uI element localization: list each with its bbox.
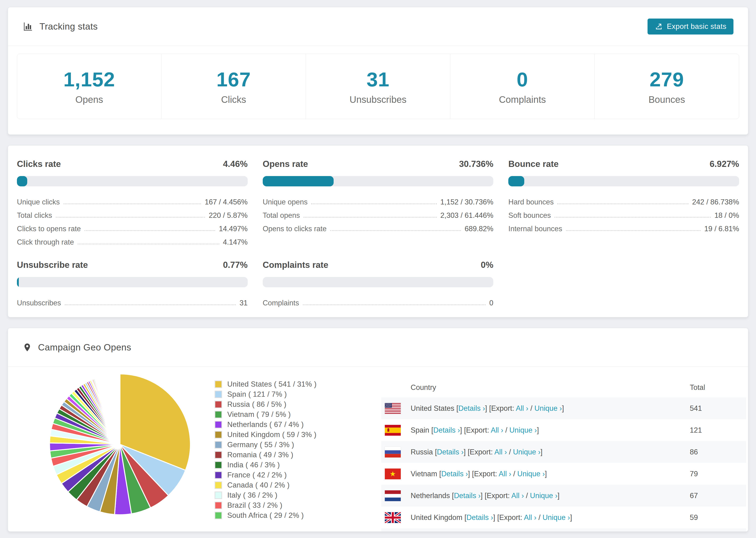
details-link[interactable]: Details › [441,470,468,478]
stat-value: 279 [650,68,684,91]
bracket: ] [ [493,513,499,521]
stat-box-opens: 1,152Opens [17,54,161,119]
rates-card: Clicks rate4.46%Unique clicks167 / 4.456… [8,145,748,317]
detail-label: Unique clicks [17,198,60,206]
export-all-link[interactable]: All › [524,513,536,521]
legend-label: India ( 46 / 3% ) [227,461,280,469]
rate-value: 30.736% [459,159,493,169]
detail-label: Soft bounces [508,211,551,220]
legend-item-2: Russia ( 86 / 5% ) [215,399,381,409]
detail-label: Hard bounces [508,198,554,206]
table-row: Spain [Details ›] [Export: All › / Uniqu… [381,419,746,441]
detail-label: Click through rate [17,238,74,246]
rate-detail-row: Unsubscribes31 [17,294,248,307]
rate-detail-row: Soft bounces18 / 0% [508,206,739,220]
bar-chart-icon [23,21,33,32]
bracket: ] [ [468,470,474,478]
legend-item-13: South Africa ( 29 / 2% ) [215,510,381,520]
slash: / [507,448,513,456]
legend-item-6: Germany ( 55 / 3% ) [215,440,381,450]
table-row: Germany [Details ›] [Export: All › / Uni… [381,528,746,532]
detail-label: Total opens [263,211,300,220]
details-link[interactable]: Details › [433,426,460,434]
stat-value: 31 [366,68,390,91]
campaign-geo-opens-card: Campaign Geo Opens United States ( 541 /… [8,328,748,532]
legend-label: South Africa ( 29 / 2% ) [227,511,304,520]
dotted-leader [311,203,437,204]
details-link[interactable]: Details › [458,404,485,412]
legend-item-8: India ( 46 / 3% ) [215,460,381,470]
export-all-link[interactable]: All › [495,448,507,456]
legend-label: United States ( 541 / 31% ) [227,380,316,389]
bracket: ] [537,426,539,434]
rate-panel-head: Clicks rate4.46% [17,145,248,176]
export-basic-stats-button[interactable]: Export basic stats [648,19,733,34]
rate-detail-row: Unique clicks167 / 4.456% [17,193,248,206]
row-total: 541 [690,404,746,413]
progress-bar-fill [508,176,524,187]
export-all-link[interactable]: All › [499,470,511,478]
page-title: Tracking stats [39,21,98,32]
export-unique-link[interactable]: Unique › [534,404,562,412]
export-unique-link[interactable]: Unique › [517,470,545,478]
stats-summary-row: 1,152Opens167Clicks31Unsubscribes0Compla… [17,54,739,119]
rate-panel-2: Bounce rate6.927%Hard bounces242 / 86.73… [508,145,739,246]
details-link[interactable]: Details › [454,492,481,500]
export-all-link[interactable]: All › [512,492,524,500]
legend-item-4: Netherlands ( 67 / 4% ) [215,419,381,430]
rate-title: Opens rate [263,159,308,169]
legend-item-12: Brazil ( 33 / 2% ) [215,500,381,510]
bracket: ] [ [485,404,491,412]
svg-text:★: ★ [390,470,396,478]
detail-value: 1,152 / 30.736% [441,198,494,206]
detail-value: 4.147% [223,238,248,246]
export-all-link[interactable]: All › [491,426,503,434]
flag-icon-es [385,425,401,436]
slash: / [524,492,530,500]
details-link[interactable]: Details › [437,448,464,456]
space [514,404,516,412]
progress-bar-track [17,277,248,287]
stat-label: Complaints [499,94,546,105]
country-cell: Spain [Details ›] [Export: All › / Uniqu… [411,426,539,435]
rate-panel-1: Opens rate30.736%Unique opens1,152 / 30.… [263,145,494,246]
bracket: [ [462,513,466,521]
detail-label: Unsubscribes [17,299,61,307]
rate-detail-row: Clicks to opens rate14.497% [17,220,248,233]
rate-panel-head: Bounce rate6.927% [508,145,739,176]
legend-swatch [215,441,222,449]
rate-panel-0: Clicks rate4.46%Unique clicks167 / 4.456… [17,145,248,246]
rate-detail-rows: Unsubscribes31 [17,294,248,307]
rate-detail-rows: Hard bounces242 / 86.738%Soft bounces18 … [508,193,739,233]
rate-value: 6.927% [710,159,739,169]
dotted-leader [557,203,688,204]
detail-value: 2,303 / 61.446% [441,211,494,220]
export-unique-link[interactable]: Unique › [543,513,570,521]
bracket: ] [ [460,426,466,434]
slash: / [528,404,534,412]
export-unique-link[interactable]: Unique › [509,426,537,434]
bracket: [ [437,470,441,478]
table-header-row: Country Total [381,377,746,398]
legend-swatch [215,401,222,408]
progress-bar-track [263,277,494,287]
country-cell: Netherlands [Details ›] [Export: All › /… [411,492,560,500]
legend-label: Russia ( 86 / 5% ) [227,400,287,409]
slash: / [503,426,510,434]
table-rows: United States [Details ›] [Export: All ›… [381,398,746,532]
export-unique-link[interactable]: Unique › [513,448,540,456]
rate-title: Complaints rate [263,260,328,270]
bracket: ] [540,448,543,456]
stat-value: 0 [517,68,528,91]
rate-detail-row: Unique opens1,152 / 30.736% [263,193,494,206]
stat-box-complaints: 0Complaints [450,54,594,119]
rate-detail-row: Total opens2,303 / 61.446% [263,206,494,220]
table-row: United States [Details ›] [Export: All ›… [381,398,746,419]
bracket: [ [450,492,454,500]
rate-detail-row: Hard bounces242 / 86.738% [508,193,739,206]
legend-item-0: United States ( 541 / 31% ) [215,379,381,389]
dotted-leader [330,230,461,231]
export-unique-link[interactable]: Unique › [530,492,557,500]
details-link[interactable]: Details › [466,513,493,521]
export-all-link[interactable]: All › [516,404,528,412]
